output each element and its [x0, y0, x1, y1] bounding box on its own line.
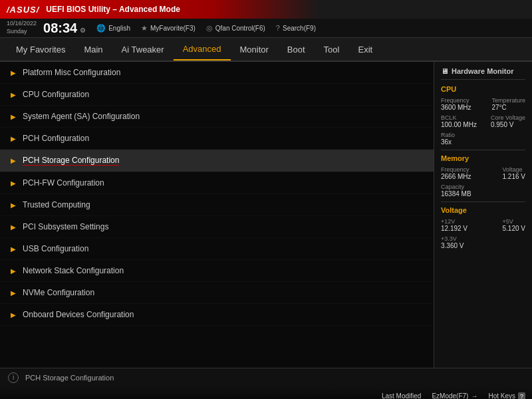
title-bar: /ASUS/ UEFI BIOS Utility – Advanced Mode [0, 0, 532, 19]
arrow-icon: ▶ [11, 69, 16, 76]
ratio-row: Ratio 36x [441, 132, 525, 146]
date-text: 10/16/2022 [7, 20, 37, 28]
bclk-label: BCLK [441, 114, 477, 121]
settings-icon[interactable]: ⚙ [80, 27, 86, 34]
myfavorite-label: MyFavorite(F3) [150, 25, 196, 32]
menu-item-onboard[interactable]: ▶ Onboard Devices Configuration [0, 304, 434, 326]
menu-item-pch[interactable]: ▶ PCH Configuration [0, 128, 434, 150]
last-modified-button[interactable]: Last Modified [382, 392, 421, 399]
capacity-label: Capacity [441, 184, 525, 190]
asus-logo: /ASUS/ [7, 5, 39, 15]
cpu-freq-row: Frequency 3600 MHz Temperature 27°C [441, 97, 525, 111]
menu-item-pci[interactable]: ▶ PCI Subsystem Settings [0, 216, 434, 238]
nav-exit[interactable]: Exit [348, 39, 382, 60]
header: /ASUS/ UEFI BIOS Utility – Advanced Mode… [0, 0, 532, 38]
cpu-bclk-row: BCLK 100.00 MHz Core Voltage 0.950 V [441, 114, 525, 128]
hotkeys-icon: ? [518, 392, 525, 400]
v5-label: +5V [503, 218, 525, 225]
left-panel: ▶ Platform Misc Configuration ▶ CPU Conf… [0, 62, 434, 368]
hardware-monitor-panel: 🖥 Hardware Monitor CPU Frequency 3600 MH… [434, 62, 532, 368]
datetime-display: 10/16/2022 Sunday [7, 20, 37, 35]
arrow-icon: ▶ [11, 245, 16, 253]
ez-mode-button[interactable]: EzMode(F7) → [432, 392, 477, 399]
arrow-icon: ▶ [11, 223, 16, 231]
monitor-icon: 🖥 [441, 67, 448, 75]
menu-item-pch-storage[interactable]: ▶ PCH Storage Configuration [0, 150, 434, 172]
mem-freq-value: 2666 MHz [441, 173, 471, 180]
ratio-label: Ratio [441, 132, 525, 138]
menu-item-cpu[interactable]: ▶ CPU Configuration [0, 84, 434, 106]
footer-top: Last Modified EzMode(F7) → Hot Keys ? [0, 391, 532, 400]
divider [441, 150, 525, 150]
capacity-value: 16384 MB [441, 190, 525, 198]
arrow-icon: ▶ [11, 201, 16, 209]
language-label: English [108, 25, 130, 32]
arrow-right-icon: → [471, 392, 477, 399]
arrow-icon: ▶ [11, 91, 16, 98]
mem-voltage-label: Voltage [503, 166, 525, 173]
arrow-icon: ▶ [11, 311, 16, 319]
fan-icon: ◎ [206, 24, 213, 33]
star-icon: ★ [141, 24, 148, 33]
search-label: Search(F9) [283, 25, 316, 32]
nav-main[interactable]: Main [74, 39, 112, 60]
nav-advanced[interactable]: Advanced [174, 39, 231, 61]
v33-label: +3.3V [441, 235, 525, 242]
core-voltage-label: Core Voltage [491, 114, 525, 121]
v33-value: 3.360 V [441, 242, 525, 249]
day-text: Sunday [7, 28, 37, 36]
arrow-icon: ▶ [11, 180, 16, 187]
menu-item-platform[interactable]: ▶ Platform Misc Configuration [0, 62, 434, 84]
menu-item-nvme[interactable]: ▶ NVMe Configuration [0, 282, 434, 304]
qfan-label: Qfan Control(F6) [215, 25, 265, 32]
cpu-temp-value: 27°C [491, 104, 525, 111]
search-button[interactable]: ? Search(F9) [276, 24, 316, 32]
bios-title: UEFI BIOS Utility – Advanced Mode [46, 5, 180, 14]
search-icon: ? [276, 24, 280, 32]
arrow-icon: ▶ [11, 113, 16, 120]
v5-value: 5.120 V [503, 225, 525, 232]
hot-keys-button[interactable]: Hot Keys ? [488, 392, 525, 400]
nav-monitor[interactable]: Monitor [231, 39, 278, 60]
status-text: PCH Storage Configuration [25, 374, 524, 382]
v33-row: +3.3V 3.360 V [441, 235, 525, 249]
myfavorite-button[interactable]: ★ MyFavorite(F3) [141, 24, 196, 33]
memory-section-title: Memory [441, 154, 525, 162]
hardware-monitor-title: 🖥 Hardware Monitor [441, 67, 525, 80]
menu-item-trusted[interactable]: ▶ Trusted Computing [0, 194, 434, 216]
footer: Last Modified EzMode(F7) → Hot Keys ? Ve… [0, 386, 532, 399]
nav-boot[interactable]: Boot [278, 39, 315, 60]
menu-item-pch-fw[interactable]: ▶ PCH-FW Configuration [0, 172, 434, 194]
main-content: ▶ Platform Misc Configuration ▶ CPU Conf… [0, 62, 532, 368]
cpu-freq-value: 3600 MHz [441, 104, 471, 111]
cpu-temp-label: Temperature [491, 97, 525, 104]
language-button[interactable]: 🌐 English [96, 24, 130, 33]
core-voltage-value: 0.950 V [491, 121, 525, 128]
v12-v5-row: +12V 12.192 V +5V 5.120 V [441, 218, 525, 232]
arrow-icon: ▶ [11, 289, 16, 297]
menu-item-network[interactable]: ▶ Network Stack Configuration [0, 260, 434, 282]
mem-freq-row: Frequency 2666 MHz Voltage 1.216 V [441, 166, 525, 180]
mem-voltage-value: 1.216 V [503, 173, 525, 180]
clock-display: 08:34 [43, 21, 77, 35]
voltage-section-title: Voltage [441, 206, 525, 214]
nav-my-favorites[interactable]: My Favorites [7, 39, 74, 60]
capacity-row: Capacity 16384 MB [441, 184, 525, 198]
qfan-button[interactable]: ◎ Qfan Control(F6) [206, 24, 265, 33]
nav-ai-tweaker[interactable]: Ai Tweaker [112, 39, 174, 60]
hot-keys-label: Hot Keys [488, 392, 515, 399]
ratio-value: 36x [441, 138, 525, 146]
menu-item-sa[interactable]: ▶ System Agent (SA) Configuration [0, 106, 434, 128]
v12-label: +12V [441, 218, 467, 225]
bclk-value: 100.00 MHz [441, 121, 477, 128]
menu-item-usb[interactable]: ▶ USB Configuration [0, 238, 434, 260]
divider [441, 201, 525, 202]
cpu-section-title: CPU [441, 85, 525, 93]
nav-tool[interactable]: Tool [315, 39, 349, 60]
mem-freq-label: Frequency [441, 166, 471, 173]
arrow-icon: ▶ [11, 157, 16, 164]
arrow-icon: ▶ [11, 135, 16, 142]
ez-mode-label: EzMode(F7) [432, 392, 468, 399]
info-bar: 10/16/2022 Sunday 08:34 ⚙ 🌐 English ★ My… [0, 19, 532, 37]
status-bar: i PCH Storage Configuration [0, 368, 532, 386]
